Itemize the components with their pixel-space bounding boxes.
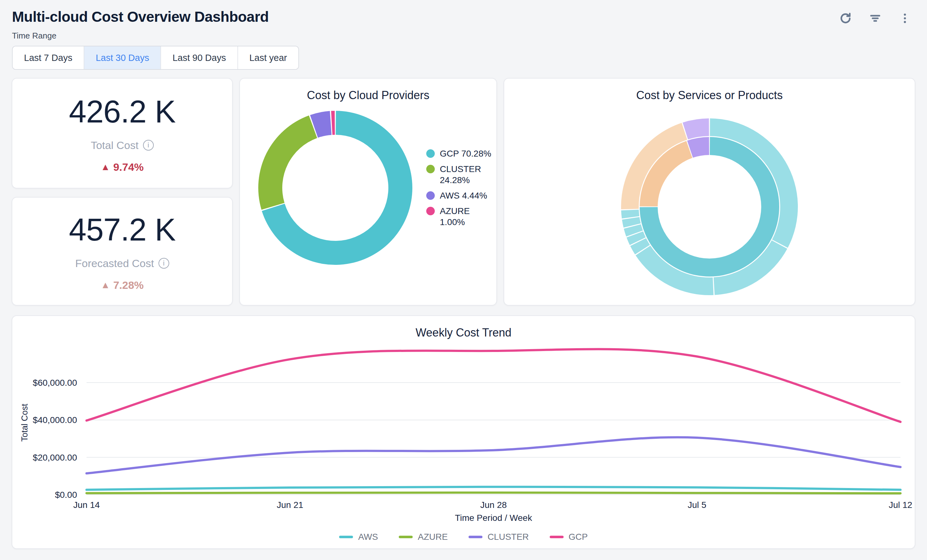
page-title: Multi-cloud Cost Overview Dashboard (12, 8, 269, 25)
total-cost-card: 426.2 K Total Cost i ▲ 9.74% (12, 78, 233, 188)
legend-dot (426, 149, 435, 158)
time-range-last-30-days[interactable]: Last 30 Days (84, 46, 161, 69)
trend-legend-item-cluster[interactable]: CLUSTER (468, 531, 529, 542)
trend-legend-item-azure[interactable]: AZURE (399, 531, 448, 542)
legend-label: AWS (358, 531, 378, 542)
x-tick-label: Jul 5 (688, 500, 706, 510)
trend-legend-item-aws[interactable]: AWS (339, 531, 378, 542)
time-range-last-7-days[interactable]: Last 7 Days (13, 46, 84, 69)
forecasted-cost-card: 457.2 K Forecasted Cost i ▲ 7.28% (12, 197, 233, 305)
weekly-cost-trend-card: Weekly Cost Trend $0.00$20,000.00$40,000… (12, 316, 915, 549)
trend-chart-legend: AWSAZURECLUSTERGCP (12, 531, 915, 542)
x-tick-label: Jun 21 (277, 500, 303, 510)
y-tick-label: $40,000.00 (33, 415, 77, 425)
y-tick-label: $20,000.00 (33, 453, 77, 463)
trend-up-icon: ▲ (101, 162, 110, 172)
x-axis-title: Time Period / Week (87, 513, 901, 523)
legend-line-swatch (550, 536, 564, 538)
legend-label: CLUSTER (488, 531, 529, 542)
forecasted-cost-delta: ▲ 7.28% (101, 279, 144, 291)
legend-line-swatch (468, 536, 482, 538)
forecasted-cost-value: 457.2 K (69, 211, 176, 248)
filter-icon (869, 12, 881, 24)
sunburst-outer-segment-0[interactable] (710, 118, 798, 248)
trend-chart-title: Weekly Cost Trend (12, 316, 915, 339)
sunburst-outer-segment-9[interactable] (682, 118, 709, 140)
donut-legend-item-gcp[interactable]: GCP 70.28% (426, 148, 492, 159)
x-tick-label: Jun 28 (480, 500, 507, 510)
donut-legend-item-cluster[interactable]: CLUSTER 24.28% (426, 164, 492, 186)
trend-line-azure[interactable] (87, 492, 901, 493)
trend-up-icon: ▲ (101, 280, 110, 290)
weekly-cost-trend-chart: $0.00$20,000.00$40,000.00$60,000.00Total… (12, 341, 916, 511)
legend-line-swatch (399, 536, 413, 538)
trend-legend-item-gcp[interactable]: GCP (550, 531, 588, 542)
donut-legend-item-azure[interactable]: AZURE 1.00% (426, 205, 492, 228)
trend-line-cluster[interactable] (87, 437, 901, 473)
filter-button[interactable] (868, 11, 882, 25)
legend-dot (426, 165, 435, 173)
donut-legend: GCP 70.28%CLUSTER 24.28%AWS 4.44%AZURE 1… (426, 148, 492, 228)
time-range-last-90-days[interactable]: Last 90 Days (161, 46, 238, 69)
legend-label: AWS 4.44% (440, 190, 487, 201)
total-cost-label: Total Cost i (91, 139, 153, 152)
info-icon[interactable]: i (158, 258, 169, 269)
time-range-label: Time Range (12, 31, 915, 41)
legend-label: AZURE (418, 531, 448, 542)
trend-line-gcp[interactable] (87, 349, 901, 422)
donut-chart-title: Cost by Cloud Providers (240, 79, 496, 102)
x-tick-label: Jul 12 (889, 500, 912, 510)
donut-segment-cluster[interactable] (258, 115, 317, 210)
legend-label: AZURE 1.00% (440, 205, 492, 228)
info-icon[interactable]: i (143, 140, 154, 150)
refresh-button[interactable] (839, 11, 853, 25)
header-actions (839, 11, 912, 25)
page-header: Multi-cloud Cost Overview Dashboard (0, 0, 927, 27)
time-range-last-year[interactable]: Last year (238, 46, 298, 69)
time-range-button-group: Last 7 Days Last 30 Days Last 90 Days La… (12, 46, 299, 70)
legend-dot (426, 191, 435, 200)
time-range-section: Time Range Last 7 Days Last 30 Days Last… (12, 31, 915, 70)
total-cost-value: 426.2 K (69, 93, 176, 130)
y-axis-title: Total Cost (20, 404, 29, 442)
forecasted-cost-label: Forecasted Cost i (75, 257, 169, 270)
kpi-column: 426.2 K Total Cost i ▲ 9.74% 457.2 K For… (12, 78, 233, 305)
x-tick-label: Jun 14 (73, 500, 100, 510)
trend-line-aws[interactable] (87, 487, 901, 490)
more-options-button[interactable] (898, 11, 912, 25)
y-tick-label: $60,000.00 (33, 378, 77, 388)
services-sunburst-chart (618, 115, 801, 298)
cloud-providers-donut-chart (256, 109, 414, 267)
legend-label: GCP 70.28% (440, 148, 491, 159)
sunburst-chart-title: Cost by Services or Products (504, 79, 915, 102)
donut-segment-azure[interactable] (331, 111, 335, 135)
cost-by-cloud-providers-card: Cost by Cloud Providers GCP 70.28%CLUSTE… (239, 78, 497, 305)
legend-label: CLUSTER 24.28% (440, 164, 492, 186)
legend-dot (426, 207, 435, 215)
donut-legend-item-aws[interactable]: AWS 4.44% (426, 190, 492, 201)
legend-line-swatch (339, 536, 353, 538)
cost-by-services-card: Cost by Services or Products (504, 78, 915, 305)
refresh-icon (839, 12, 852, 24)
sunburst-outer-segment-7[interactable] (621, 209, 639, 219)
legend-label: GCP (568, 531, 588, 542)
total-cost-delta: ▲ 9.74% (101, 161, 144, 173)
kebab-menu-icon (898, 12, 911, 24)
y-tick-label: $0.00 (55, 490, 77, 500)
